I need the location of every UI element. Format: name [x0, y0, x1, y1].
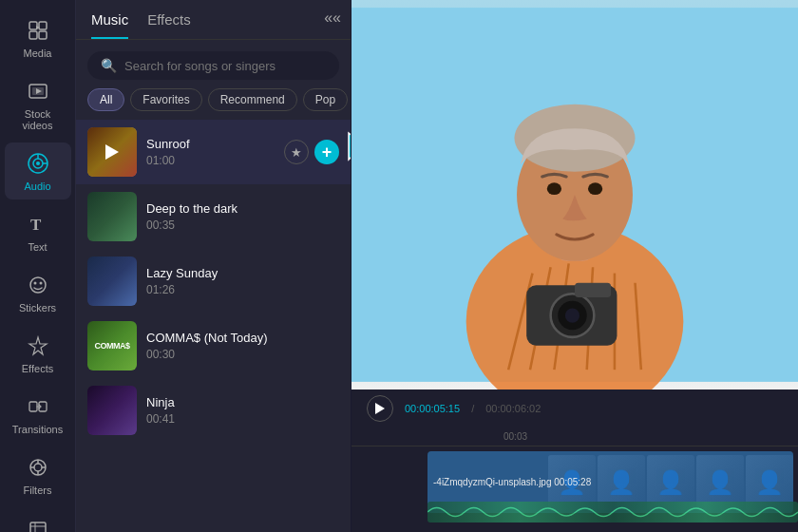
sidebar-item-filters[interactable]: Filters [5, 446, 71, 504]
sidebar: Media Stock videos Audio [0, 0, 76, 532]
transitions-icon [25, 393, 51, 420]
media-icon [25, 17, 51, 44]
svg-point-10 [36, 162, 40, 165]
audio-waveform [428, 502, 798, 522]
svg-point-14 [30, 277, 46, 293]
svg-point-42 [588, 182, 602, 195]
song-title-comma: COMMA$ (Not Today) [146, 331, 339, 345]
ruler-mark-1: 00:03 [504, 431, 527, 442]
song-info-sunroof: Sunroof 01:00 [146, 137, 275, 167]
time-separator: / [471, 403, 474, 414]
filters-icon [25, 454, 51, 481]
song-title-deep: Deep to the dark [146, 201, 339, 216]
filter-favorites[interactable]: Favorites [130, 88, 201, 111]
song-thumb-comma: COMMA$ [87, 321, 137, 370]
song-actions-sunroof: ★ + [284, 140, 339, 164]
song-info-deep: Deep to the dark 00:35 [146, 201, 339, 232]
svg-rect-1 [39, 22, 47, 29]
song-item-ninja[interactable]: Ninja 00:41 [76, 378, 351, 443]
library-icon [25, 515, 51, 532]
sidebar-item-transitions-label: Transitions [12, 424, 63, 435]
sidebar-item-audio[interactable]: Audio [5, 142, 71, 200]
search-input[interactable] [124, 59, 326, 73]
song-info-ninja: Ninja 00:41 [146, 395, 339, 426]
sidebar-item-text-label: Text [28, 241, 47, 253]
song-duration-ninja: 00:41 [146, 412, 339, 426]
song-item-comma[interactable]: COMMA$ COMMA$ (Not Today) 00:30 [76, 314, 351, 378]
stock-icon [25, 78, 51, 104]
sidebar-item-media[interactable]: Media [5, 10, 71, 66]
filter-recommend[interactable]: Recommend [208, 88, 297, 111]
search-bar: 🔍 [87, 51, 339, 80]
svg-rect-47 [575, 283, 611, 297]
song-info-comma: COMMA$ (Not Today) 00:30 [146, 331, 339, 361]
svg-point-16 [39, 282, 42, 285]
song-duration-lazy: 01:26 [146, 283, 339, 296]
svg-rect-2 [29, 31, 37, 39]
timeline-area: 00:03 -4iZmqdyzmQi-unsplash.jpg 00:05:28… [352, 428, 798, 532]
sidebar-item-stickers-label: Stickers [19, 302, 56, 314]
svg-marker-48 [375, 403, 385, 414]
sidebar-item-library[interactable]: Library [5, 507, 71, 532]
current-time: 00:00:05:15 [405, 403, 460, 414]
sidebar-item-filters-label: Filters [24, 484, 52, 496]
timeline-track[interactable]: -4iZmqdyzmQi-unsplash.jpg 00:05:28 👤 👤 👤… [352, 446, 798, 522]
sidebar-item-audio-label: Audio [24, 180, 50, 192]
song-item-deep[interactable]: Deep to the dark 00:35 [76, 184, 351, 249]
filter-all[interactable]: All [87, 88, 124, 111]
svg-point-15 [33, 282, 36, 285]
song-duration-sunroof: 01:00 [146, 154, 275, 167]
video-preview [352, 0, 798, 390]
sidebar-item-stickers[interactable]: Stickers [5, 264, 71, 321]
video-controls: 00:00:05:15 / 00:00:06:02 [352, 390, 798, 428]
play-overlay-sunroof [87, 127, 137, 177]
svg-rect-3 [39, 31, 47, 39]
sidebar-item-stock-label: Stock videos [9, 108, 67, 131]
person-image [352, 0, 798, 390]
song-title-sunroof: Sunroof [146, 137, 275, 151]
svg-text:T: T [30, 216, 42, 234]
sidebar-item-stock[interactable]: Stock videos [5, 70, 71, 139]
audio-icon [25, 150, 51, 177]
panel-tabs: Music Effects «« [76, 0, 351, 40]
svg-marker-17 [29, 337, 47, 354]
sidebar-item-text[interactable]: T Text [5, 203, 71, 260]
song-title-lazy: Lazy Sunday [146, 266, 339, 280]
song-title-ninja: Ninja [146, 395, 339, 409]
sidebar-item-media-label: Media [24, 48, 52, 59]
tab-music[interactable]: Music [91, 11, 128, 39]
svg-rect-18 [29, 402, 37, 411]
play-button[interactable] [367, 395, 393, 422]
svg-marker-29 [349, 133, 351, 163]
tab-effects[interactable]: Effects [147, 11, 191, 39]
song-thumb-sunroof [87, 127, 137, 177]
favorite-button-sunroof[interactable]: ★ [284, 140, 309, 164]
song-thumb-ninja [87, 386, 137, 435]
filter-pop[interactable]: Pop [303, 88, 348, 111]
filter-bar: All Favorites Recommend Pop ⌄ [76, 87, 351, 120]
total-time: 00:00:06:02 [485, 403, 541, 414]
svg-rect-0 [29, 22, 37, 29]
play-triangle-icon [105, 144, 119, 160]
song-duration-comma: 00:30 [146, 348, 339, 361]
add-button-sunroof[interactable]: + [314, 140, 339, 164]
svg-point-41 [547, 182, 561, 195]
sidebar-item-transitions[interactable]: Transitions [5, 386, 71, 443]
search-icon: 🔍 [101, 58, 117, 73]
sidebar-item-effects-label: Effects [22, 363, 53, 374]
music-panel: Music Effects «« 🔍 All Favorites Recomme… [76, 0, 352, 532]
cursor-arrow [341, 129, 351, 171]
stickers-icon [25, 272, 51, 298]
sidebar-item-effects[interactable]: Effects [5, 325, 71, 382]
svg-point-46 [565, 308, 580, 322]
timeline-ruler: 00:03 [352, 428, 798, 446]
song-thumb-deep [87, 192, 137, 241]
song-item-lazy[interactable]: Lazy Sunday 01:26 [76, 249, 351, 314]
collapse-panel-button[interactable]: «« [324, 10, 341, 27]
song-thumb-lazy [87, 256, 137, 306]
song-item-sunroof[interactable]: Sunroof 01:00 ★ + [76, 120, 351, 184]
song-info-lazy: Lazy Sunday 01:26 [146, 266, 339, 296]
song-duration-deep: 00:35 [146, 218, 339, 232]
effects-icon [25, 332, 51, 359]
svg-rect-26 [30, 522, 46, 532]
